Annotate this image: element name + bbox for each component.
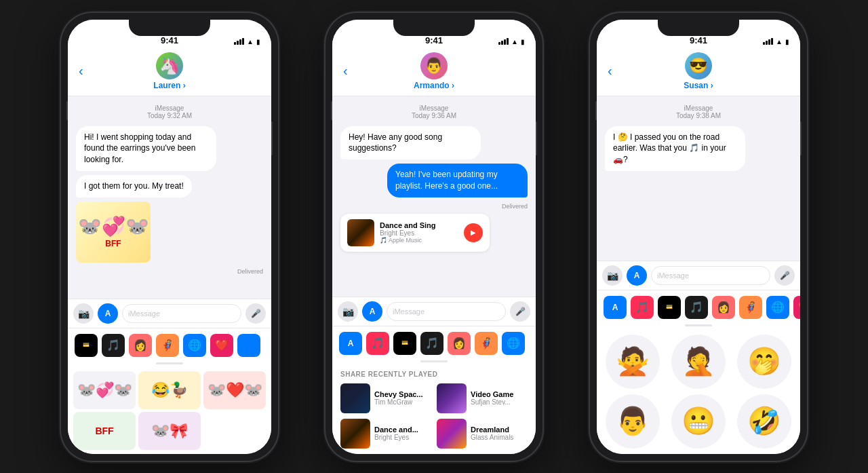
tray-music2[interactable]: 🎵 <box>685 296 708 319</box>
message-input[interactable]: iMessage <box>651 266 770 285</box>
memoji-item[interactable]: 🙅 <box>606 335 660 389</box>
share-title: SHARE RECENTLY PLAYED <box>340 371 528 378</box>
tray-music[interactable]: 🎵 <box>366 332 389 355</box>
nav-top: ‹ 👨 Armando <box>343 52 525 90</box>
message-input[interactable]: iMessage <box>122 304 241 323</box>
music-info: Dance and Sing Bright Eyes 🎵 Apple Music <box>380 221 458 244</box>
tray-marvel[interactable]: 🦸 <box>475 332 498 355</box>
phone2-wrapper: 9:41 ▲ ▮ ‹ 👨 <box>302 0 566 473</box>
sticker-item[interactable]: 🐭💞🐭 <box>73 371 136 409</box>
contact-name[interactable]: Lauren <box>153 81 185 90</box>
phone3-screen: 9:41 ▲ ▮ ‹ 😎 <box>597 20 800 454</box>
message-input[interactable]: iMessage <box>387 302 506 321</box>
phone3: 9:41 ▲ ▮ ‹ 😎 <box>590 13 807 461</box>
messages-area: iMessageToday 9:32 AM Hi! I went shoppin… <box>68 96 271 299</box>
nav-bar: ‹ 👨 Armando <box>332 50 536 96</box>
sticker-item[interactable]: 🐭❤️🐭 <box>203 371 266 409</box>
tray-music2[interactable]: 🎵 <box>420 332 443 355</box>
phone2: 9:41 ▲ ▮ ‹ 👨 <box>326 13 542 461</box>
camera-button[interactable]: 📷 <box>602 265 623 286</box>
grid-item[interactable]: Video Game Sufjan Stev... <box>437 383 528 413</box>
back-button[interactable]: ‹ <box>343 63 348 79</box>
tray-applepay[interactable]: 💳 <box>658 296 681 319</box>
wifi-icon: ▲ <box>776 38 783 45</box>
music-card[interactable]: Dance and Sing Bright Eyes 🎵 Apple Music… <box>340 214 490 252</box>
music-title: Dance and Sing <box>380 221 458 229</box>
contact-name[interactable]: Armando <box>414 81 454 90</box>
status-icons: ▲ ▮ <box>498 38 525 45</box>
tray-app[interactable]: A <box>604 296 627 319</box>
grid-item[interactable]: Dreamland Glass Animals <box>437 419 528 449</box>
grid-artist: Bright Eyes <box>374 434 431 441</box>
tray-web[interactable]: 🌐 <box>766 296 789 319</box>
app-tray: A 🎵 💳 🎵 👩 🦸 🌐 ❤️ <box>597 290 800 329</box>
delivered-row: Delivered <box>340 202 528 210</box>
sticker-item[interactable]: 😂🦆 <box>138 371 201 409</box>
nav-bar: ‹ 🦄 Lauren <box>68 50 271 96</box>
tray-heart[interactable]: ❤️ <box>210 334 233 357</box>
contact-name[interactable]: Susan <box>684 81 713 90</box>
message-row: Hey! Have any good song suggestions? <box>340 126 528 160</box>
music-play-button[interactable]: ▶ <box>464 223 483 242</box>
memoji-item[interactable]: 🤣 <box>737 394 791 449</box>
tray-memoji[interactable]: 👩 <box>712 296 735 319</box>
app-store-button[interactable]: A <box>98 303 118 324</box>
app-tray: 💳 🎵 👩 🦸 🌐 ❤️ <box>68 328 271 367</box>
tray-app[interactable]: A <box>339 332 362 355</box>
app-store-button[interactable]: A <box>627 265 647 286</box>
tray-web[interactable]: 🌐 <box>502 332 525 355</box>
app-store-button[interactable]: A <box>362 301 382 322</box>
audio-button[interactable]: 🎤 <box>510 301 530 322</box>
messages-area: iMessageToday 9:36 AM Hey! Have any good… <box>332 96 536 297</box>
tray-icons: 💳 🎵 👩 🦸 🌐 ❤️ <box>68 328 271 362</box>
input-placeholder: iMessage <box>393 307 425 316</box>
tray-memoji[interactable]: 👩 <box>129 334 152 357</box>
tray-heart[interactable]: ❤️ <box>793 296 800 319</box>
nav-bar: ‹ 😎 Susan <box>597 50 800 96</box>
memoji-item[interactable]: 🤭 <box>737 335 791 389</box>
audio-button[interactable]: 🎤 <box>774 265 795 286</box>
delivered-label: Delivered <box>502 203 528 210</box>
phone3-wrapper: 9:41 ▲ ▮ ‹ 😎 <box>566 0 831 473</box>
grid-item[interactable]: Dance and... Bright Eyes <box>340 419 431 449</box>
bubble: Hey! Have any good song suggestions? <box>340 126 481 160</box>
tray-marvel[interactable]: 🦸 <box>739 296 762 319</box>
audio-button[interactable]: 🎤 <box>245 303 266 324</box>
notch <box>658 20 739 36</box>
grid-thumbnail <box>340 419 370 449</box>
grid-artist: Tim McGraw <box>374 398 431 406</box>
back-button[interactable]: ‹ <box>608 63 612 79</box>
tray-blue[interactable] <box>237 334 260 357</box>
music-thumbnail <box>347 219 374 246</box>
memoji-item[interactable]: 👨 <box>606 394 660 449</box>
phone2-screen: 9:41 ▲ ▮ ‹ 👨 <box>332 20 536 454</box>
status-icons: ▲ ▮ <box>763 38 789 45</box>
tray-marvel[interactable]: 🦸 <box>156 334 179 357</box>
tray-music[interactable]: 🎵 <box>102 334 125 357</box>
tray-music[interactable]: 🎵 <box>631 296 654 319</box>
grid-info: Video Game Sufjan Stev... <box>471 390 528 406</box>
sticker-item[interactable]: BFF <box>73 412 136 450</box>
tray-memoji[interactable]: 👩 <box>448 332 471 355</box>
wifi-icon: ▲ <box>247 38 254 45</box>
tray-divider <box>420 360 448 362</box>
tray-applepay[interactable]: 💳 <box>393 332 416 355</box>
music-source: 🎵 Apple Music <box>380 237 458 244</box>
memoji-item[interactable]: 😬 <box>671 394 726 449</box>
messages-area: iMessageToday 9:38 AM I 🤔 I passed you o… <box>597 96 800 261</box>
grid-item[interactable]: Chevy Spac... Tim McGraw <box>340 383 431 413</box>
tray-applepay[interactable]: 💳 <box>75 334 98 357</box>
back-button[interactable]: ‹ <box>79 63 83 79</box>
camera-button[interactable]: 📷 <box>338 301 358 322</box>
sticker-item[interactable]: 🐭🎀 <box>138 412 201 450</box>
memoji-grid: 🙅 🤦 🤭 👨 😬 🤣 <box>597 329 800 454</box>
timestamp: iMessageToday 9:36 AM <box>340 105 528 119</box>
grid-thumbnail <box>437 419 467 449</box>
camera-button[interactable]: 📷 <box>73 303 94 324</box>
notch <box>393 20 475 36</box>
memoji-item[interactable]: 🤦 <box>671 335 726 389</box>
tray-web[interactable]: 🌐 <box>183 334 206 357</box>
delivered-label: Delivered <box>237 268 263 275</box>
notch <box>129 20 210 36</box>
input-bar: 📷 A iMessage 🎤 <box>68 299 271 328</box>
